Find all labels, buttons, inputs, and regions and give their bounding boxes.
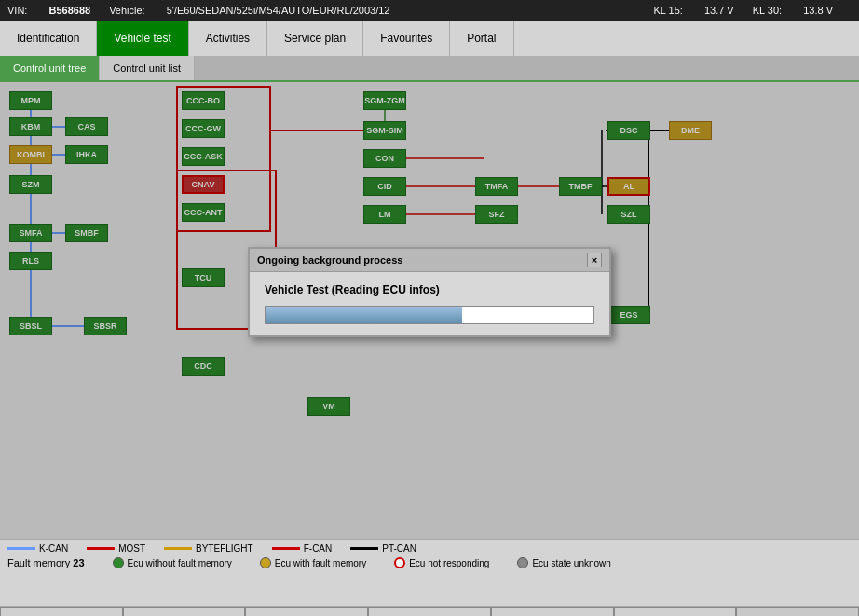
state-unknown-label: Ecu state unknown	[532, 558, 611, 568]
nav-portal[interactable]: Portal	[450, 21, 513, 56]
vin-value: B568688	[48, 5, 90, 16]
bottom-btn-3	[245, 607, 368, 616]
vehicle-value: 5'/E60/SEDAN/525i/M54/AUTO/EUR/RL/2003/1…	[167, 5, 635, 16]
top-bar: VIN: B568688 Vehicle: 5'/E60/SEDAN/525i/…	[0, 0, 859, 21]
legend-f-can: F-CAN	[272, 543, 333, 554]
f-can-line	[272, 547, 300, 550]
modal-dialog: Ongoing background process × Vehicle Tes…	[248, 247, 611, 337]
legend-no-fault: Ecu without fault memory	[113, 557, 232, 568]
with-fault-label: Ecu with fault memory	[275, 558, 366, 568]
k-can-line	[7, 547, 35, 550]
progress-bar-container	[265, 306, 594, 324]
pt-can-label: PT-CAN	[382, 543, 416, 554]
fault-row: Fault memory 23 Ecu without fault memory…	[7, 557, 852, 568]
k-can-label: K-CAN	[39, 543, 68, 554]
pt-can-line	[350, 547, 378, 550]
with-fault-dot	[260, 557, 271, 568]
bottom-btn-6	[614, 607, 737, 616]
legend-most: MOST	[87, 543, 145, 554]
no-fault-label: Ecu without fault memory	[128, 558, 232, 568]
kl15-value: 13.7 V	[704, 5, 734, 16]
bottom-btn-4	[368, 607, 491, 616]
vin-label: VIN:	[7, 5, 27, 16]
nav-bar: Identification Vehicle test Activities S…	[0, 21, 859, 56]
start-vehicle-test-button[interactable]: Start vehicle test	[0, 607, 123, 616]
nav-favourites[interactable]: Favourites	[363, 21, 450, 56]
modal-title: Ongoing background process	[257, 254, 402, 266]
bottom-btn-5	[491, 607, 614, 616]
tab-control-unit-list[interactable]: Control unit list	[100, 56, 195, 80]
state-unknown-dot	[517, 557, 528, 568]
kl30-label: KL 30:	[753, 5, 782, 16]
modal-body-label: Vehicle Test (Reading ECU infos)	[265, 283, 594, 296]
modal-overlay: Ongoing background process × Vehicle Tes…	[0, 82, 859, 539]
progress-bar-fill	[266, 307, 462, 323]
modal-close-button[interactable]: ×	[587, 253, 602, 267]
byteflight-label: BYTEFLIGHT	[196, 543, 253, 554]
modal-title-bar: Ongoing background process ×	[250, 249, 609, 272]
legend-byteflight: BYTEFLIGHT	[164, 543, 253, 554]
nav-vehicle-test[interactable]: Vehicle test	[97, 21, 188, 56]
most-label: MOST	[118, 543, 145, 554]
fault-count: 23	[73, 557, 84, 568]
most-line	[87, 547, 115, 550]
legend-k-can: K-CAN	[7, 543, 68, 554]
vehicle-label: Vehicle:	[109, 5, 145, 16]
kl15-label: KL 15:	[653, 5, 682, 16]
call-up-ecu-functions-button[interactable]: Call up ECU functions	[123, 607, 246, 616]
legend-row: K-CAN MOST BYTEFLIGHT F-CAN PT-CAN	[7, 543, 852, 554]
bottom-legend-area: K-CAN MOST BYTEFLIGHT F-CAN PT-CAN Fault…	[0, 539, 859, 606]
main-area: MPM KBM KOMBI SZM SMFA RLS SBSL CAS IHKA…	[0, 82, 859, 539]
legend-not-responding: Ecu not responding	[394, 557, 489, 568]
nav-activities[interactable]: Activities	[189, 21, 267, 56]
display-fault-memory-button[interactable]: Display fault memory	[736, 607, 859, 616]
legend-with-fault: Ecu with fault memory	[260, 557, 366, 568]
bottom-buttons: Start vehicle test Call up ECU functions…	[0, 606, 859, 616]
byteflight-line	[164, 547, 192, 550]
not-responding-dot	[394, 557, 405, 568]
not-responding-label: Ecu not responding	[409, 558, 489, 568]
f-can-label: F-CAN	[304, 543, 333, 554]
kl30-value: 13.8 V	[803, 5, 833, 16]
no-fault-dot	[113, 557, 124, 568]
modal-body: Vehicle Test (Reading ECU infos)	[250, 272, 609, 335]
nav-identification[interactable]: Identification	[0, 21, 97, 56]
fault-memory-label: Fault memory 23	[7, 557, 85, 568]
legend-pt-can: PT-CAN	[350, 543, 416, 554]
legend-state-unknown: Ecu state unknown	[517, 557, 611, 568]
tab-bar: Control unit tree Control unit list	[0, 56, 859, 82]
tab-control-unit-tree[interactable]: Control unit tree	[0, 56, 100, 80]
nav-service-plan[interactable]: Service plan	[267, 21, 363, 56]
